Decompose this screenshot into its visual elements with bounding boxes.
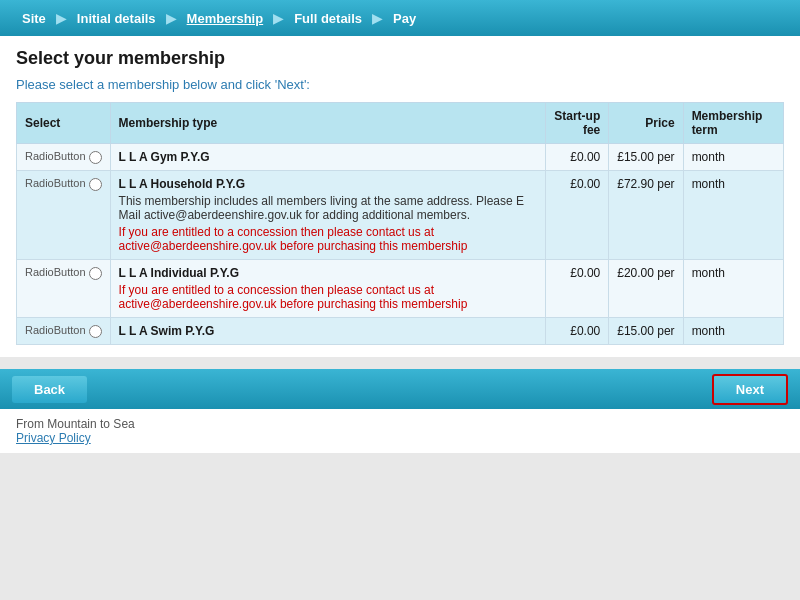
membership-table: Select Membership type Start-up fee Pric… xyxy=(16,102,784,345)
radio-label-swim: RadioButton xyxy=(25,324,86,336)
nav-arrow-3: ▶ xyxy=(273,10,284,26)
nav-item-initial-details[interactable]: Initial details xyxy=(67,0,166,36)
bottom-bar: Back Next xyxy=(0,369,800,409)
price-individual: £20.00 per xyxy=(609,260,683,318)
nav-item-full-details[interactable]: Full details xyxy=(284,0,372,36)
membership-name-individual: L L A Individual P.Y.G xyxy=(119,266,537,280)
page-title: Select your membership xyxy=(16,48,784,69)
startup-fee-individual: £0.00 xyxy=(545,260,609,318)
nav-arrow-4: ▶ xyxy=(372,10,383,26)
select-cell-gym: RadioButton xyxy=(17,144,111,171)
radio-gym[interactable] xyxy=(89,151,102,164)
membership-row-gym: RadioButton L L A Gym P.Y.G £0.00 £15.00… xyxy=(17,144,784,171)
price-gym: £15.00 per xyxy=(609,144,683,171)
radio-label-individual: RadioButton xyxy=(25,266,86,278)
radio-swim[interactable] xyxy=(89,325,102,338)
type-cell-individual: L L A Individual P.Y.G If you are entitl… xyxy=(110,260,545,318)
concession-household: If you are entitled to a concession then… xyxy=(119,225,537,253)
membership-desc-household: This membership includes all members liv… xyxy=(119,194,537,222)
footer-brand: From Mountain to Sea xyxy=(16,417,784,431)
col-header-type: Membership type xyxy=(110,103,545,144)
term-swim: month xyxy=(683,318,783,345)
nav-item-membership[interactable]: Membership xyxy=(177,0,274,36)
radio-label-household: RadioButton xyxy=(25,177,86,189)
membership-row-individual: RadioButton L L A Individual P.Y.G If yo… xyxy=(17,260,784,318)
membership-row-household: RadioButton L L A Household P.Y.G This m… xyxy=(17,171,784,260)
col-header-price: Price xyxy=(609,103,683,144)
membership-name-household: L L A Household P.Y.G xyxy=(119,177,537,191)
next-button[interactable]: Next xyxy=(712,374,788,405)
footer: From Mountain to Sea Privacy Policy xyxy=(0,409,800,453)
radio-household[interactable] xyxy=(89,178,102,191)
price-household: £72.90 per xyxy=(609,171,683,260)
term-household: month xyxy=(683,171,783,260)
term-gym: month xyxy=(683,144,783,171)
price-swim: £15.00 per xyxy=(609,318,683,345)
back-button[interactable]: Back xyxy=(12,376,87,403)
main-content: Select your membership Please select a m… xyxy=(0,36,800,357)
type-cell-gym: L L A Gym P.Y.G xyxy=(110,144,545,171)
nav-item-site[interactable]: Site xyxy=(12,0,56,36)
select-cell-swim: RadioButton xyxy=(17,318,111,345)
top-navigation: Site ▶ Initial details ▶ Membership ▶ Fu… xyxy=(0,0,800,36)
membership-row-swim: RadioButton L L A Swim P.Y.G £0.00 £15.0… xyxy=(17,318,784,345)
startup-fee-household: £0.00 xyxy=(545,171,609,260)
startup-fee-swim: £0.00 xyxy=(545,318,609,345)
nav-arrow-2: ▶ xyxy=(166,10,177,26)
radio-label-gym: RadioButton xyxy=(25,150,86,162)
nav-arrow-1: ▶ xyxy=(56,10,67,26)
type-cell-swim: L L A Swim P.Y.G xyxy=(110,318,545,345)
select-cell-individual: RadioButton xyxy=(17,260,111,318)
membership-name-gym: L L A Gym P.Y.G xyxy=(119,150,537,164)
type-cell-household: L L A Household P.Y.G This membership in… xyxy=(110,171,545,260)
nav-item-pay[interactable]: Pay xyxy=(383,0,426,36)
col-header-startup: Start-up fee xyxy=(545,103,609,144)
term-individual: month xyxy=(683,260,783,318)
concession-individual: If you are entitled to a concession then… xyxy=(119,283,537,311)
radio-individual[interactable] xyxy=(89,267,102,280)
page-subtitle: Please select a membership below and cli… xyxy=(16,77,784,92)
membership-name-swim: L L A Swim P.Y.G xyxy=(119,324,537,338)
privacy-policy-link[interactable]: Privacy Policy xyxy=(16,431,784,445)
select-cell-household: RadioButton xyxy=(17,171,111,260)
col-header-term: Membership term xyxy=(683,103,783,144)
startup-fee-gym: £0.00 xyxy=(545,144,609,171)
col-header-select: Select xyxy=(17,103,111,144)
